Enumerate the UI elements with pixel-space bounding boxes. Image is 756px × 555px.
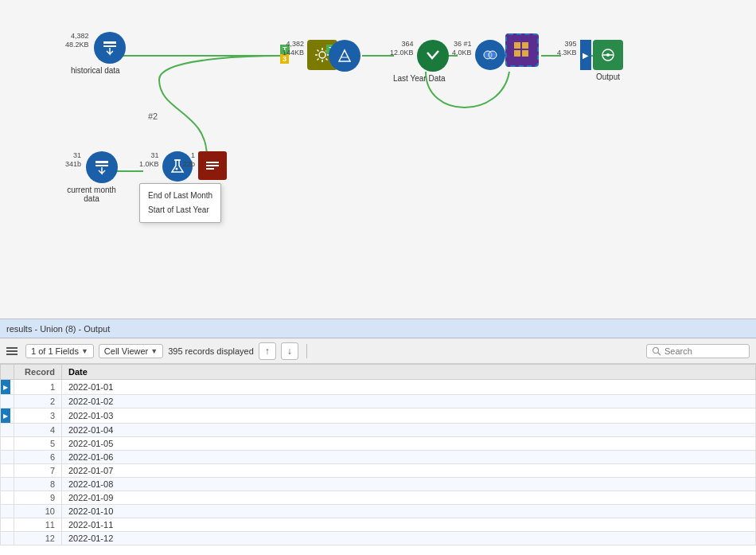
cell-date: 2022-01-01: [62, 380, 756, 395]
table-row: ▶32022-01-03: [1, 408, 756, 424]
node-join[interactable]: 36 #1 4.0KB: [452, 40, 505, 70]
search-box[interactable]: [646, 344, 750, 358]
table-row: 82022-01-08: [1, 478, 756, 491]
cell-date: 2022-01-07: [62, 464, 756, 478]
col-header-date: Date: [62, 365, 756, 380]
col-header-indicator: [1, 365, 14, 380]
filter-icon: [417, 40, 449, 72]
svg-line-17: [326, 59, 328, 61]
filter-count2: 12.0KB: [390, 49, 414, 57]
data-table-container: Record Date ▶12022-01-0122022-01-02▶3202…: [0, 364, 756, 555]
node-filter[interactable]: 364 12.0KB Last Year Data: [390, 40, 449, 83]
table-row: 92022-01-09: [1, 491, 756, 505]
results-header: results - Union (8) - Output: [0, 319, 756, 338]
node-output-count[interactable]: 395 4.3KB ▶: [557, 40, 591, 70]
formula3-icon: [198, 151, 227, 180]
cell-date: 2022-01-03: [62, 408, 756, 424]
toolbar-divider: [306, 344, 307, 358]
row-indicator-cell: [1, 491, 14, 505]
node-current-month[interactable]: 31 341b current month data: [65, 151, 118, 203]
filter-count1: 364: [390, 40, 414, 49]
node-output[interactable]: Output: [593, 40, 623, 81]
svg-rect-34: [206, 162, 219, 163]
node-blend[interactable]: [329, 40, 360, 72]
join-icon: [475, 40, 505, 70]
row-indicator-cell: [1, 395, 14, 408]
cell-date: 2022-01-05: [62, 437, 756, 451]
col-header-record: Record: [14, 365, 62, 380]
svg-rect-9: [103, 41, 116, 44]
cell-record: 7: [14, 464, 62, 478]
cell-record: 3: [14, 408, 62, 424]
cell-date: 2022-01-09: [62, 491, 756, 505]
tooltip-line1: End of Last Month: [148, 189, 212, 203]
output-connector: ▶: [580, 40, 591, 70]
cell-date: 2022-01-12: [62, 532, 756, 545]
table-row: 102022-01-10: [1, 505, 756, 518]
node-historical-data[interactable]: 4,382 48.2KB historical data: [65, 32, 126, 75]
formula2-count1: 31: [139, 151, 159, 160]
svg-rect-25: [514, 50, 520, 57]
node-formula3[interactable]: 1 22b: [183, 151, 227, 180]
fields-button[interactable]: 1 of 1 Fields ▼: [25, 344, 94, 358]
cell-record: 6: [14, 451, 62, 464]
output-label: Output: [596, 72, 620, 81]
cell-date: 2022-01-08: [62, 478, 756, 491]
svg-rect-30: [95, 161, 108, 163]
output-count1: 395: [557, 40, 577, 49]
table-row: 72022-01-07: [1, 464, 756, 478]
sort-down-button[interactable]: ↓: [281, 342, 298, 360]
formula1-count1: 4,382: [283, 40, 304, 49]
svg-point-22: [489, 51, 497, 59]
sort-up-button[interactable]: ↑: [259, 342, 276, 360]
table-row: 62022-01-06: [1, 451, 756, 464]
workflow-canvas: 4,382 48.2KB historical data T 3 4,382 1…: [0, 0, 756, 319]
svg-line-38: [658, 352, 661, 355]
row-indicator-cell: [1, 437, 14, 451]
cell-record: 10: [14, 505, 62, 518]
svg-rect-31: [95, 165, 108, 166]
svg-rect-24: [522, 42, 528, 49]
cell-date: 2022-01-11: [62, 518, 756, 532]
node-union[interactable]: [505, 33, 539, 67]
row-indicator-cell: [1, 478, 14, 491]
svg-rect-10: [103, 45, 116, 47]
historical-data-label: historical data: [71, 66, 120, 75]
blend-icon: [329, 40, 360, 72]
search-input[interactable]: [664, 346, 744, 356]
join-count1: 36 #1: [452, 40, 472, 49]
table-row: ▶12022-01-01: [1, 380, 756, 395]
row-indicator-cell: [1, 451, 14, 464]
formula3-count1: 1: [183, 151, 195, 160]
cell-record: 8: [14, 478, 62, 491]
row-indicator-cell: [1, 518, 14, 532]
svg-rect-26: [522, 50, 528, 57]
records-count: 395 records displayed: [168, 346, 254, 356]
table-row: 42022-01-04: [1, 424, 756, 437]
svg-rect-35: [206, 165, 219, 166]
svg-point-11: [319, 52, 325, 58]
cell-record: 2: [14, 395, 62, 408]
svg-point-37: [653, 347, 659, 353]
svg-point-33: [175, 168, 177, 170]
sort-up-icon: ↑: [265, 346, 270, 357]
sort-down-icon: ↓: [287, 346, 292, 357]
cell-record: 4: [14, 424, 62, 437]
cell-viewer-button[interactable]: Cell Viewer ▼: [99, 344, 163, 358]
fields-chevron-icon: ▼: [81, 347, 88, 355]
svg-line-18: [318, 59, 319, 61]
menu-icon[interactable]: [6, 347, 18, 355]
cell-record: 5: [14, 437, 62, 451]
filter-label: Last Year Data: [393, 74, 446, 83]
cell-date: 2022-01-04: [62, 424, 756, 437]
results-title: results - Union (8) - Output: [6, 324, 110, 334]
fields-label: 1 of 1 Fields: [31, 346, 79, 356]
historical-data-count2: 48.2KB: [65, 41, 89, 49]
cell-viewer-chevron-icon: ▼: [150, 347, 158, 355]
svg-point-29: [606, 53, 610, 57]
cell-date: 2022-01-10: [62, 505, 756, 518]
row-indicator-cell: [1, 505, 14, 518]
formula3-count2: 22b: [183, 160, 195, 169]
data-table: Record Date ▶12022-01-0122022-01-02▶3202…: [0, 364, 756, 545]
cell-record: 9: [14, 491, 62, 505]
